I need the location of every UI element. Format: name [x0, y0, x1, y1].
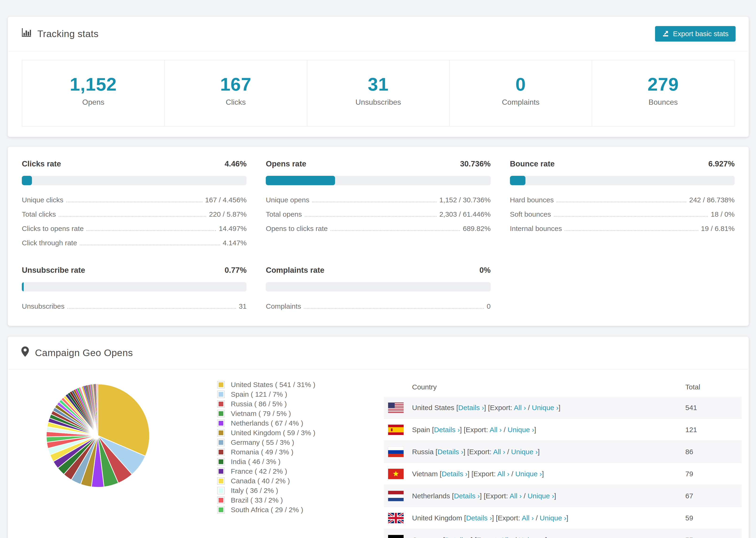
total-cell: 121	[685, 426, 742, 434]
export-all-link[interactable]: All ›	[490, 426, 502, 434]
rate-rows: Unsubscribes31	[22, 302, 246, 310]
dotted-leader	[331, 230, 460, 231]
flag-us-icon	[388, 403, 404, 413]
legend-swatch	[217, 439, 225, 446]
rate-row-label: Soft bounces	[510, 210, 551, 218]
rate-block-unsubscribe-rate: Unsubscribe rate0.77%Unsubscribes31	[22, 266, 246, 310]
rate-head: Bounce rate6.927%	[510, 159, 735, 168]
geo-table-row: Spain [Details ›] [Export: All › / Uniqu…	[384, 419, 742, 441]
rate-head: Opens rate30.736%	[266, 159, 490, 168]
dotted-leader	[80, 244, 220, 245]
rate-row-value: 1,152 / 30.736%	[439, 196, 491, 204]
rate-row-label: Complaints	[266, 302, 301, 310]
stat-label: Complaints	[502, 98, 540, 107]
legend-item: Spain ( 121 / 7% )	[217, 389, 340, 399]
column-header-total: Total	[685, 383, 742, 391]
rate-row-value: 167 / 4.456%	[205, 196, 247, 204]
details-link[interactable]: Details ›	[442, 470, 467, 478]
rate-progress-bar	[510, 176, 735, 185]
export-unique-link[interactable]: Unique ›	[511, 448, 538, 456]
export-all-link[interactable]: All ›	[493, 448, 505, 456]
export-all-link[interactable]: All ›	[522, 514, 534, 522]
legend-item: South Africa ( 29 / 2% )	[217, 505, 340, 514]
rate-head: Unsubscribe rate0.77%	[22, 266, 246, 275]
legend-item: France ( 42 / 2% )	[217, 466, 340, 476]
rate-row: Clicks to opens rate14.497%	[22, 225, 246, 233]
export-all-link[interactable]: All ›	[510, 492, 522, 500]
rate-row: Unsubscribes31	[22, 302, 246, 310]
details-link[interactable]: Details ›	[458, 404, 484, 411]
stat-value: 31	[368, 74, 389, 95]
export-unique-link[interactable]: Unique ›	[532, 404, 558, 411]
rate-rows: Hard bounces242 / 86.738%Soft bounces18 …	[510, 196, 735, 233]
geo-table: Country Total United States [Details ›] …	[384, 377, 742, 538]
map-pin-icon	[21, 346, 35, 360]
legend-swatch	[217, 400, 225, 408]
geo-opens-title: Campaign Geo Opens	[21, 346, 133, 360]
total-cell: 86	[685, 448, 742, 456]
rate-value: 0%	[479, 266, 491, 275]
rate-row-value: 689.82%	[463, 225, 490, 233]
rate-title: Bounce rate	[510, 159, 555, 168]
export-basic-stats-button[interactable]: Export basic stats	[655, 26, 735, 41]
geo-opens-card: Campaign Geo Opens United States ( 541 /…	[8, 336, 749, 538]
stat-box-opens: 1,152Opens	[22, 60, 164, 126]
legend-item: Russia ( 86 / 5% )	[217, 399, 340, 409]
export-all-link[interactable]: All ›	[497, 470, 510, 478]
country-cell: Netherlands [Details ›] [Export: All › /…	[412, 492, 556, 500]
country-cell: Spain [Details ›] [Export: All › / Uniqu…	[412, 426, 536, 434]
legend-label: Russia ( 86 / 5% )	[231, 400, 287, 408]
legend-item: India ( 46 / 3% )	[217, 457, 340, 466]
legend-swatch	[217, 419, 225, 427]
flag-nl-icon	[388, 491, 404, 501]
details-link[interactable]: Details ›	[434, 426, 460, 434]
stats-row: 1,152Opens167Clicks31Unsubscribes0Compla…	[22, 60, 735, 127]
details-link[interactable]: Details ›	[466, 514, 492, 522]
rate-row-value: 242 / 86.738%	[689, 196, 735, 204]
geo-table-row: Russia [Details ›] [Export: All › / Uniq…	[384, 441, 742, 463]
export-unique-link[interactable]: Unique ›	[515, 470, 542, 478]
export-unique-link[interactable]: Unique ›	[527, 492, 554, 500]
legend-swatch	[217, 410, 225, 417]
geo-table-row: United States [Details ›] [Export: All ›…	[384, 397, 742, 419]
legend-swatch	[217, 506, 225, 513]
rate-row-label: Hard bounces	[510, 196, 554, 204]
legend-label: Netherlands ( 67 / 4% )	[231, 419, 303, 427]
rate-title: Opens rate	[266, 159, 306, 168]
dotted-leader	[59, 216, 206, 217]
rate-row: Complaints0	[266, 302, 490, 310]
export-unique-link[interactable]: Unique ›	[508, 426, 534, 434]
legend-swatch	[217, 381, 225, 389]
total-cell: 79	[685, 470, 742, 478]
geo-table-row: Germany [Details ›] [Export: All › / Uni…	[384, 529, 742, 538]
rate-head: Clicks rate4.46%	[22, 159, 246, 168]
legend-item: Germany ( 55 / 3% )	[217, 438, 340, 447]
rate-title: Complaints rate	[266, 266, 324, 275]
rate-row-value: 2,303 / 61.446%	[439, 210, 491, 218]
details-link[interactable]: Details ›	[437, 448, 463, 456]
rate-progress-bar	[266, 176, 490, 185]
dotted-leader	[67, 308, 236, 309]
rate-row-value: 220 / 5.87%	[209, 210, 246, 218]
export-all-link[interactable]: All ›	[501, 536, 513, 538]
legend-swatch	[217, 487, 225, 494]
details-link[interactable]: Details ›	[454, 492, 480, 500]
export-all-link[interactable]: All ›	[514, 404, 526, 411]
rate-rows: Complaints0	[266, 302, 490, 310]
rate-rows: Unique clicks167 / 4.456%Total clicks220…	[22, 196, 246, 247]
geo-table-row: United Kingdom [Details ›] [Export: All …	[384, 507, 742, 529]
legend-swatch	[217, 391, 225, 398]
dotted-leader	[86, 230, 216, 231]
legend-item: Italy ( 36 / 2% )	[217, 486, 340, 495]
stat-label: Unsubscribes	[355, 98, 401, 107]
rate-value: 0.77%	[225, 266, 247, 275]
rate-block-complaints-rate: Complaints rate0%Complaints0	[266, 266, 490, 310]
legend-item: Netherlands ( 67 / 4% )	[217, 418, 340, 428]
legend-label: Spain ( 121 / 7% )	[231, 390, 287, 398]
export-unique-link[interactable]: Unique ›	[540, 514, 566, 522]
details-link[interactable]: Details ›	[445, 536, 471, 538]
dotted-leader	[554, 216, 708, 217]
export-unique-link[interactable]: Unique ›	[519, 536, 545, 538]
tracking-stats-card: Tracking stats Export basic stats 1,152O…	[8, 17, 749, 137]
legend-swatch	[217, 477, 225, 485]
